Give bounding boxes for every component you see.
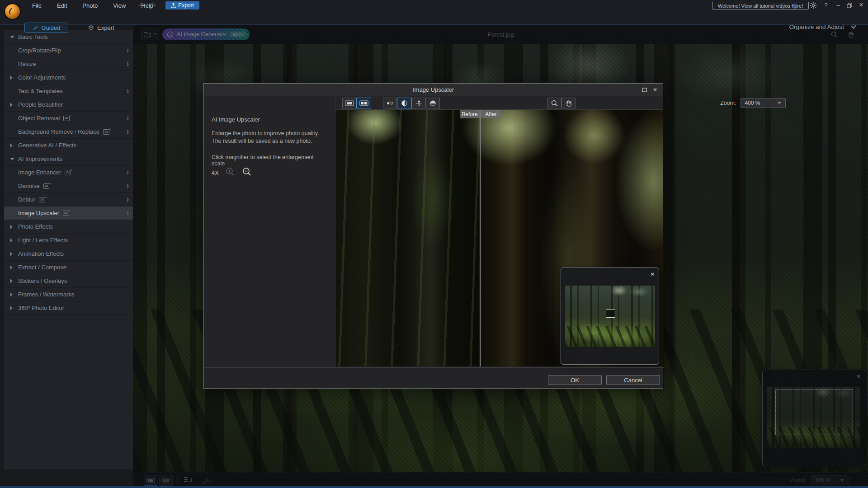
sidebar-item-image-enhancer[interactable]: Image EnhancerAI›: [4, 166, 133, 179]
triangle-right-icon: [10, 306, 13, 310]
ok-button[interactable]: OK: [548, 375, 602, 385]
cancel-button[interactable]: Cancel: [606, 375, 660, 385]
tab-expert[interactable]: Expert: [84, 23, 118, 33]
sidebar-item-resize[interactable]: Resize›: [4, 57, 133, 71]
restore-window-icon[interactable]: [844, 1, 854, 10]
triangle-right-icon: [10, 238, 13, 243]
settings-gear-icon[interactable]: [810, 2, 817, 9]
dialog-navigator-thumbnail[interactable]: [565, 286, 655, 347]
sidebar-item-label: Animation Effects: [18, 250, 64, 257]
sidebar-item-label: Basic Tools: [18, 33, 48, 40]
chevron-right-icon: ›: [127, 207, 129, 218]
minimize-icon[interactable]: –: [833, 0, 843, 9]
preview-zoom-tool-button[interactable]: [547, 98, 561, 108]
chevron-right-icon: ›: [127, 58, 129, 69]
sidebar-item-people-beautifier[interactable]: People Beautifier: [4, 98, 133, 112]
compare-split-left-right-button[interactable]: [397, 98, 412, 108]
triangle-down-icon: [10, 158, 14, 160]
sync-icon: [780, 3, 786, 9]
menu-view[interactable]: View: [109, 0, 130, 11]
sidebar-item-deblur[interactable]: DeblurAI›: [4, 193, 133, 206]
menu-file[interactable]: File: [28, 0, 46, 11]
sidebar-item-label: Frames / Watermarks: [18, 291, 74, 298]
chevron-right-icon: ›: [127, 193, 129, 204]
export-button[interactable]: Export: [165, 1, 199, 9]
close-window-icon[interactable]: ×: [856, 0, 866, 9]
sidebar-item-light-lens-effects[interactable]: Light / Lens Effects: [4, 234, 133, 247]
workspace-mode-dropdown[interactable]: Organize and Adjust: [789, 23, 855, 30]
sidebar-item-frames-watermarks[interactable]: Frames / Watermarks: [4, 288, 133, 301]
dialog-maximize-icon[interactable]: [638, 84, 650, 96]
sidebar-item-denoise[interactable]: DenoiseAI›: [4, 179, 133, 193]
undo-icon[interactable]: ↶: [138, 1, 144, 9]
notification-dot-icon: [792, 3, 798, 9]
preview-split-view-button[interactable]: [356, 98, 371, 108]
magnifier-icon: [551, 99, 558, 107]
menu-bar: File Edit Photo View Help ↶ ↷ Export Wel…: [0, 0, 868, 11]
sidebar-item-label: Image Upscaler: [18, 210, 59, 216]
sidebar-item-color-adjustments[interactable]: Color Adjustments: [4, 71, 133, 84]
redo-icon[interactable]: ↷: [150, 1, 156, 9]
compare-split-top-bottom-button[interactable]: [426, 98, 440, 108]
tab-expert-label: Expert: [97, 24, 114, 31]
sidebar-item-label: Denoise: [18, 183, 40, 189]
sidebar-item-background-remove-replace[interactable]: Background Remove / ReplaceAI›: [4, 125, 133, 139]
sidebar-item-image-upscaler[interactable]: Image UpscalerAI›: [4, 206, 133, 220]
compare-top-bottom-button[interactable]: [412, 98, 426, 108]
sidebar-item-label: Light / Lens Effects: [18, 237, 68, 244]
dropdown-arrow-icon: [777, 102, 782, 104]
sidebar-item-360-photo-editor[interactable]: 360° Photo Editor: [4, 301, 133, 315]
export-label: Export: [178, 2, 194, 9]
magic-wand-icon: [33, 24, 39, 31]
sidebar-item-label: Photo Effects: [18, 223, 53, 230]
sidebar-item-object-removal[interactable]: Object RemovalAI›: [4, 112, 133, 125]
menu-edit[interactable]: Edit: [53, 0, 71, 11]
sidebar-item-label: Background Remove / Replace: [18, 128, 99, 135]
sidebar-item-crop-rotate-flip[interactable]: Crop/Rotate/Flip›: [4, 44, 133, 57]
top-bottom-circles-icon: [416, 100, 422, 107]
sidebar-item-ai-improvements[interactable]: AI Improvements: [4, 152, 133, 166]
sidebar-item-label: Color Adjustments: [18, 74, 66, 81]
single-view-icon: [345, 100, 354, 106]
sidebar-item-generative-ai-effects[interactable]: Generative AI / Effects: [4, 139, 133, 152]
chevron-right-icon: ›: [127, 180, 129, 191]
close-icon[interactable]: ×: [651, 271, 654, 277]
tab-guided[interactable]: Guided: [24, 23, 68, 33]
sidebar-item-stickers-overlays[interactable]: Stickers / Overlays: [4, 274, 133, 288]
notification-tooltip[interactable]: Welcome! View all tutorial videos here!: [712, 2, 809, 9]
after-tab: After: [481, 110, 501, 118]
sidebar-item-label: AI Improvements: [18, 155, 62, 162]
sidebar-item-animation-effects[interactable]: Animation Effects: [4, 247, 133, 261]
zoom-out-magnifier-icon[interactable]: [242, 167, 253, 178]
ai-badge: AI: [63, 116, 70, 121]
sidebar-item-photo-effects[interactable]: Photo Effects: [4, 220, 133, 234]
sidebar-item-label: Resize: [18, 61, 36, 67]
split-circle-horizontal-icon: [429, 100, 436, 107]
workspace-mode-label: Organize and Adjust: [789, 23, 844, 30]
upload-icon: [171, 3, 176, 8]
preview-single-view-button[interactable]: [342, 98, 356, 108]
dialog-navigator-panel: ×: [561, 267, 659, 365]
menu-photo[interactable]: Photo: [78, 0, 102, 11]
ai-badge: AI: [43, 183, 50, 189]
dialog-toolbar: Zoom: 400 %: [335, 96, 663, 110]
compare-side-by-side-button[interactable]: [383, 98, 397, 108]
sidebar-item-extract-compose[interactable]: Extract / Compose: [4, 261, 133, 274]
chevron-right-icon: ›: [127, 126, 129, 136]
preview-zoom-dropdown[interactable]: 400 %: [741, 98, 786, 108]
tab-bar: Guided Expert Organize and Adjust: [0, 11, 868, 25]
sidebar-item-label: Deblur: [18, 196, 35, 203]
dialog-titlebar[interactable]: Image Upscaler ×: [204, 84, 663, 96]
sidebar-item-label: Stickers / Overlays: [18, 277, 67, 284]
sidebar-item-text-templates[interactable]: Text & Templates›: [4, 84, 133, 98]
triangle-right-icon: [10, 265, 13, 270]
zoom-in-magnifier-icon[interactable]: [225, 167, 236, 178]
viewport-rectangle[interactable]: [606, 310, 615, 318]
dialog-close-icon[interactable]: ×: [649, 84, 661, 96]
help-icon[interactable]: ?: [821, 0, 831, 9]
before-after-divider[interactable]: [480, 110, 481, 366]
triangle-right-icon: [10, 103, 13, 107]
app-logo: [4, 3, 21, 20]
preview-pan-tool-button[interactable]: [561, 98, 576, 108]
ai-badge: AI: [65, 170, 71, 175]
